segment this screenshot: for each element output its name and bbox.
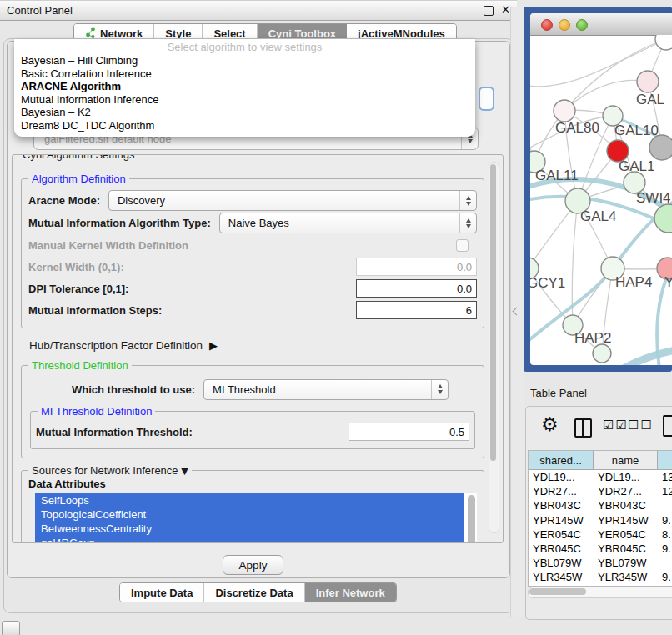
collapse-down-icon[interactable]: ▼: [181, 466, 188, 477]
settings-vertical-scrollbar[interactable]: [489, 162, 499, 533]
network-node-label: SWI4: [636, 190, 671, 206]
kernel-width-field[interactable]: 0.0: [356, 258, 477, 276]
network-edge-highlighted[interactable]: [624, 348, 672, 365]
algorithm-option[interactable]: Bayesian – K2: [14, 106, 475, 119]
close-panel-icon[interactable]: ✕: [501, 3, 510, 16]
network-window-titlebar[interactable]: [530, 13, 672, 36]
node-table: shared...nameA YDL19...YDL19...13YDR27..…: [528, 450, 672, 587]
manual-kernel-label: Manual Kernel Width Definition: [28, 239, 188, 252]
attribute-list-item[interactable]: SelfLoops: [35, 493, 464, 508]
table-row[interactable]: YBR043CYBR043C: [529, 498, 672, 512]
network-node[interactable]: [637, 71, 659, 92]
float-window-icon[interactable]: [484, 6, 494, 16]
kernel-width-label: Kernel Width (0,1):: [28, 261, 124, 273]
network-node-label: GAL: [636, 92, 664, 108]
network-node[interactable]: [649, 135, 672, 160]
control-panel-window: Control Panel ✕ Network Style Select Cyn…: [0, 0, 517, 617]
table-cell: YDR27...: [594, 485, 658, 498]
zoom-window-icon[interactable]: [576, 19, 588, 31]
table-horizontal-scrollbar[interactable]: [528, 587, 672, 598]
algorithm-definition-group: Algorithm Definition Aracne Mode: Discov…: [21, 178, 484, 328]
table-cell: YBL079W: [594, 557, 658, 569]
aracne-mode-combobox[interactable]: Discovery: [108, 190, 477, 211]
algorithm-option[interactable]: Dream8 DC_TDC Algorithm: [14, 119, 475, 132]
table-cell: 8.: [658, 528, 672, 541]
network-node-label: GAL4: [580, 208, 616, 224]
algorithm-option[interactable]: ARACNE Algorithm: [14, 80, 475, 93]
control-panel-titlebar: Control Panel ✕: [0, 0, 517, 21]
network-edge[interactable]: [564, 80, 648, 111]
mini-corner-button[interactable]: [2, 621, 20, 635]
mi-type-combobox[interactable]: Naive Bayes: [219, 212, 477, 233]
network-node-label: Y: [664, 274, 672, 290]
table-row[interactable]: YDL19...YDL19...13: [529, 470, 672, 484]
table-row[interactable]: YBL079WYBL079W: [529, 556, 672, 570]
threshold-definition-title: Threshold Definition: [28, 359, 132, 372]
manual-kernel-checkbox[interactable]: [456, 239, 469, 252]
hub-definition-expander[interactable]: Hub/Transcription Factor Definition ▶: [29, 337, 484, 353]
column-header[interactable]: A: [658, 451, 672, 469]
table-cell: YPR145W: [594, 514, 658, 527]
mi-type-label: Mutual Information Algorithm Type:: [28, 217, 211, 229]
minimize-window-icon[interactable]: [559, 19, 570, 31]
network-node-label: GAL11: [535, 168, 579, 183]
table-cell: YLR345W: [529, 571, 594, 583]
document-icon[interactable]: [663, 415, 672, 437]
network-canvas[interactable]: GALGAL80GAL10GAL1GAL11SWI4GAL4GCY1HAP4YH…: [530, 35, 672, 365]
dpi-tolerance-label: DPI Tolerance [0,1]:: [28, 282, 128, 295]
tab-infer-network[interactable]: Infer Network: [305, 583, 396, 602]
table-cell: 9.: [658, 571, 672, 583]
network-node[interactable]: [655, 35, 672, 50]
mi-steps-field[interactable]: 6: [356, 301, 477, 319]
screen: Control Panel ✕ Network Style Select Cyn…: [0, 0, 672, 635]
mi-threshold-field[interactable]: 0.5: [349, 422, 469, 441]
dpi-tolerance-field[interactable]: 0.0: [356, 279, 477, 298]
network-node-label: GAL1: [619, 158, 654, 174]
attribute-list-item[interactable]: gal4RGexp: [35, 536, 464, 543]
algorithm-option[interactable]: Basic Correlation Inference: [14, 68, 475, 81]
select-all-checkboxes-icon[interactable]: ☑☑: [603, 418, 629, 432]
close-window-icon[interactable]: [541, 19, 553, 31]
algorithm-option[interactable]: Mutual Information Inference: [14, 93, 475, 107]
bottom-tabs: Impute Data Discretize Data Infer Networ…: [119, 582, 397, 602]
table-row[interactable]: YPR145WYPR145W9.: [529, 513, 672, 528]
control-panel-title: Control Panel: [7, 4, 73, 17]
data-attributes-list: SelfLoopsTopologicalCoefficientBetweenne…: [35, 493, 477, 543]
table-row[interactable]: YBR045CYBR045C9.: [529, 542, 672, 556]
network-node[interactable]: [654, 204, 672, 232]
network-node-label: GCY1: [530, 275, 565, 291]
which-threshold-combobox[interactable]: MI Threshold: [203, 379, 449, 400]
table-cell: YDR27...: [529, 485, 594, 498]
panel-splitter[interactable]: [510, 7, 524, 617]
deselect-all-checkboxes-icon[interactable]: ☐☐: [628, 418, 654, 432]
column-header[interactable]: shared...: [529, 451, 594, 469]
network-node[interactable]: [554, 100, 575, 122]
algorithm-option[interactable]: Bayesian – Hill Climbing: [14, 54, 475, 68]
network-node[interactable]: [593, 344, 611, 362]
tab-impute-data[interactable]: Impute Data: [120, 583, 204, 602]
table-row[interactable]: YDR27...YDR27...12: [529, 484, 672, 498]
tab-discretize-data[interactable]: Discretize Data: [204, 583, 304, 602]
table-row[interactable]: YER054CYER054C8.: [529, 528, 672, 542]
network-node-label: HAP4: [615, 274, 652, 290]
column-layout-icon[interactable]: [574, 418, 592, 438]
gear-icon[interactable]: ⚙: [541, 413, 559, 435]
algorithm-popup: Select algorithm to view settings Bayesi…: [14, 39, 475, 137]
attribute-list-item[interactable]: TopologicalCoefficient: [35, 508, 464, 522]
table-cell: YBR043C: [529, 499, 594, 512]
table-body: YDL19...YDL19...13YDR27...YDR27...12YBR0…: [529, 470, 672, 587]
table-cell: YBR043C: [594, 499, 658, 512]
table-cell: YER054C: [529, 528, 594, 541]
attribute-list-scrollbar[interactable]: [468, 495, 475, 543]
table-cell: 13: [658, 471, 672, 483]
table-row[interactable]: YLR345WYLR345W9.: [529, 570, 672, 584]
algorithm-popup-list: Bayesian – Hill ClimbingBasic Correlatio…: [14, 54, 475, 132]
table-panel-title: Table Panel: [530, 387, 587, 399]
attribute-list-item[interactable]: BetweennessCentrality: [35, 522, 464, 536]
combo-stepper-icon: [459, 191, 476, 210]
apply-button[interactable]: Apply: [223, 555, 283, 575]
aracne-mode-label: Aracne Mode:: [28, 194, 100, 207]
column-header[interactable]: name: [594, 451, 658, 469]
table-cell: YDL19...: [594, 471, 658, 483]
sources-group-title: Sources for Network Inference ▼: [28, 464, 192, 478]
